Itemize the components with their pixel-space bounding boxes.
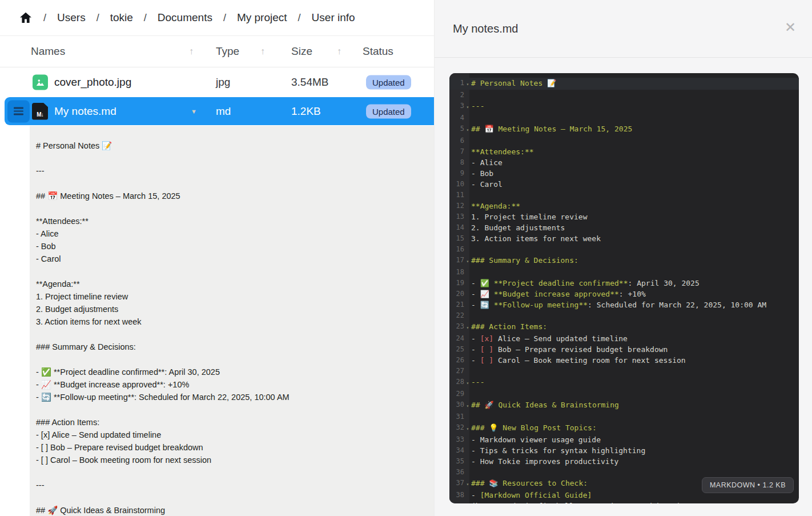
line-number: 2: [449, 90, 464, 101]
fold-arrow-icon[interactable]: ▾: [464, 377, 471, 389]
breadcrumb-item-documents[interactable]: Documents: [158, 11, 212, 24]
line-number: 34: [449, 445, 464, 456]
fold-spacer: [464, 90, 471, 91]
fold-spacer: [464, 289, 471, 290]
line-number: 1: [449, 78, 464, 89]
line-number: 15: [449, 233, 464, 244]
editor-line: 25- [ ] Bob – Prepare revised budget bre…: [449, 344, 799, 355]
editor-line: 20- 📈 **Budget increase approved**: +10%: [449, 289, 799, 299]
code-token: : Scheduled for March 22, 2025, 10:00 AM: [588, 301, 766, 309]
file-table: cover_photo.jpgjpg3.54MBUpdatedM↓My note…: [0, 67, 434, 126]
code-token: - Tips & tricks for syntax highlighting: [471, 446, 645, 455]
editor-line: 30▾## 🚀 Quick Ideas & Brainstorming: [449, 399, 799, 411]
code-content: - Tips & tricks for syntax highlighting: [471, 445, 799, 456]
code-content: ## 🚀 Quick Ideas & Brainstorming: [471, 399, 799, 410]
fold-arrow-icon[interactable]: ▾: [464, 255, 471, 267]
breadcrumb-separator: /: [43, 12, 46, 24]
breadcrumb-item-users[interactable]: Users: [57, 11, 86, 24]
fold-spacer: [464, 490, 471, 491]
fold-arrow-icon[interactable]: ▾: [464, 101, 471, 113]
sort-asc-icon[interactable]: ↑: [337, 46, 341, 57]
line-number: 10: [449, 179, 464, 190]
app-window: /Users/tokie/Documents/My project/User i…: [0, 0, 812, 516]
drag-handle-icon[interactable]: [7, 100, 30, 122]
code-token: [Markdown Official Guide]: [480, 491, 592, 499]
code-token: - Bob: [471, 169, 493, 178]
line-number: 11: [449, 190, 464, 201]
home-icon[interactable]: [19, 11, 33, 25]
fold-spacer: [464, 157, 471, 158]
code-content: - [x] Alice – Send updated timeline: [471, 333, 799, 344]
line-number: 37: [449, 478, 464, 489]
breadcrumb-separator: /: [298, 12, 301, 24]
fold-spacer: [464, 411, 471, 413]
preview-line: - Carol: [36, 253, 429, 265]
breadcrumb-separator: /: [144, 12, 147, 24]
editor-line: 22: [449, 310, 799, 321]
code-token: # Personal Notes 📝: [471, 79, 556, 87]
code-content: - Markdown viewer usage guide: [471, 434, 799, 445]
column-header-names[interactable]: Names: [31, 45, 65, 58]
code-content: - Bob: [471, 168, 799, 179]
code-token: [ ]: [480, 356, 493, 365]
code-token: : +10%: [619, 290, 646, 298]
sort-asc-icon[interactable]: ↑: [189, 46, 194, 57]
fold-spacer: [464, 456, 471, 457]
fold-spacer: [464, 355, 471, 356]
table-header: Names ↑ Type ↑ Size ↑ Status: [0, 36, 434, 67]
viewer-panel: My notes.md ✕ 1▾# Personal Notes 📝23▾---…: [434, 0, 812, 516]
line-number: 9: [449, 168, 464, 179]
sort-asc-icon[interactable]: ↑: [260, 46, 265, 57]
code-editor[interactable]: 1▾# Personal Notes 📝23▾---45▾## 📅 Meetin…: [449, 73, 799, 503]
breadcrumb-item-my-project[interactable]: My project: [237, 11, 287, 24]
line-number: 4: [449, 113, 464, 123]
fold-spacer: [464, 201, 471, 202]
preview-line: ## 🚀 Quick Ideas & Brainstorming: [36, 504, 429, 516]
file-row[interactable]: cover_photo.jpgjpg3.54MBUpdated: [0, 67, 434, 97]
line-number: 35: [449, 456, 464, 467]
fold-arrow-icon[interactable]: ▾: [464, 321, 471, 333]
code-content: **Attendees:**: [471, 146, 799, 157]
fold-spacer: [464, 278, 471, 279]
row-dropdown-icon[interactable]: ▼: [191, 108, 197, 115]
code-token: (: [471, 502, 476, 503]
fold-arrow-icon[interactable]: ▾: [464, 123, 471, 135]
fold-spacer: [464, 135, 471, 137]
code-content: ## 📅 Meeting Notes – March 15, 2025: [471, 123, 799, 134]
preview-line: [36, 466, 429, 479]
code-token: **Budget increase approved**: [494, 290, 619, 298]
preview-line: 1. Project timeline review: [36, 290, 429, 303]
editor-line: 26- [ ] Carol – Book meeting room for ne…: [449, 355, 799, 366]
column-header-size[interactable]: Size: [291, 45, 312, 58]
code-token: 3. Action items for next week: [471, 234, 601, 243]
fold-arrow-icon[interactable]: ▾: [464, 478, 471, 490]
file-row[interactable]: M↓My notes.md▼md1.2KBUpdated: [0, 97, 434, 126]
preview-line: [36, 265, 429, 278]
preview-line: **Agenda:**: [36, 278, 429, 290]
column-header-status[interactable]: Status: [363, 45, 393, 58]
line-number: 8: [449, 157, 464, 168]
column-header-type[interactable]: Type: [216, 45, 239, 58]
editor-line: 28▾---: [449, 377, 799, 389]
line-number: 6: [449, 135, 464, 146]
code-token: ### 💡 New Blog Post Topics:: [471, 423, 597, 432]
fold-spacer: [464, 389, 471, 390]
code-token: 1. Project timeline review: [471, 213, 588, 221]
code-token: -: [471, 356, 480, 365]
code-token: https://daringfireball.net/projects/mark…: [476, 502, 677, 503]
editor-line: 12**Agenda:**: [449, 201, 799, 211]
close-icon[interactable]: ✕: [785, 21, 796, 34]
markdown-preview: # Personal Notes 📝 --- ## 📅 Meeting Note…: [30, 126, 434, 516]
fold-arrow-icon[interactable]: ▾: [464, 399, 471, 411]
code-token: - ✅: [471, 279, 494, 287]
breadcrumb-item-tokie[interactable]: tokie: [110, 11, 133, 24]
breadcrumb-item-user-info[interactable]: User info: [312, 11, 355, 24]
fold-arrow-icon[interactable]: ▾: [464, 422, 471, 434]
code-token: ## 📅 Meeting Notes – March 15, 2025: [471, 125, 632, 133]
editor-line: 21- 🔄 **Follow-up meeting**: Scheduled f…: [449, 299, 799, 310]
fold-spacer: [464, 299, 471, 301]
preview-line: ### Summary & Decisions:: [36, 341, 429, 353]
code-token: **Project deadline confirmed**: [494, 279, 628, 287]
fold-arrow-icon[interactable]: ▾: [464, 78, 471, 90]
file-browser: /Users/tokie/Documents/My project/User i…: [0, 0, 434, 516]
